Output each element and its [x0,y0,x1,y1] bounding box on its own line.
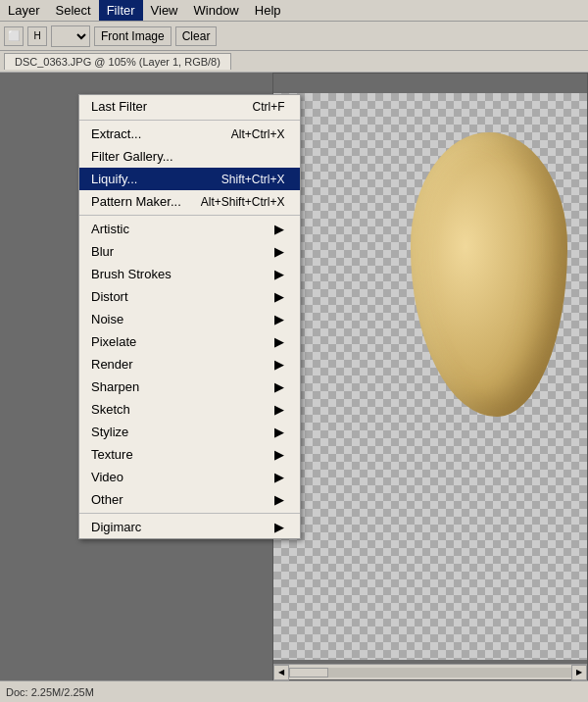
menu-bar: Layer Select Filter View Window Help [0,0,588,22]
menu-item-liquify-label: Liquify... [91,172,137,186]
menu-item-stylize-label: Stylize [91,425,128,439]
scroll-left-arrow[interactable]: ◀ [273,665,289,680]
menu-item-last-filter-label: Last Filter [91,99,147,114]
menu-item-digimarc[interactable]: Digimarc ▶ [79,516,300,538]
canvas-window: ◀ ▶ [272,73,588,680]
menu-item-artistic[interactable]: Artistic ▶ [79,218,300,240]
stylize-arrow-icon: ▶ [274,425,284,439]
menu-item-filter-gallery-label: Filter Gallery... [91,149,173,164]
separator-3 [79,513,300,514]
sketch-arrow-icon: ▶ [274,402,284,417]
separator-1 [79,120,300,121]
menu-item-digimarc-label: Digimarc [91,520,141,534]
menu-item-other-label: Other [91,492,123,507]
pixelate-arrow-icon: ▶ [274,334,284,349]
menu-item-pixelate[interactable]: Pixelate ▶ [79,330,300,353]
menu-item-extract-label: Extract... [91,126,141,141]
tab-bar: DSC_0363.JPG @ 105% (Layer 1, RGB/8) [0,51,588,73]
menu-item-brush-strokes-label: Brush Strokes [91,267,172,281]
menu-view[interactable]: View [143,0,186,21]
menu-item-render-label: Render [91,357,133,372]
scroll-right-arrow[interactable]: ▶ [571,665,587,680]
menu-item-pattern-maker[interactable]: Pattern Maker... Alt+Shift+Ctrl+X [79,190,300,213]
status-text: Doc: 2.25M/2.25M [6,686,94,698]
menu-item-pixelate-label: Pixelate [91,334,136,349]
menu-item-texture[interactable]: Texture ▶ [79,443,300,466]
tool-icon-2[interactable]: H [27,26,47,46]
separator-2 [79,215,300,216]
brush-strokes-arrow-icon: ▶ [274,267,284,281]
menu-layer[interactable]: Layer [0,0,48,21]
menu-filter[interactable]: Filter [99,0,143,21]
menu-select[interactable]: Select [48,0,99,21]
menu-item-distort-label: Distort [91,289,128,304]
horizontal-scrollbar[interactable]: ◀ ▶ [273,664,587,679]
menu-item-stylize[interactable]: Stylize ▶ [79,421,300,443]
render-arrow-icon: ▶ [274,357,284,372]
menu-item-extract[interactable]: Extract... Alt+Ctrl+X [79,123,300,145]
texture-arrow-icon: ▶ [274,447,284,462]
canvas-tab[interactable]: DSC_0363.JPG @ 105% (Layer 1, RGB/8) [4,53,231,70]
tool-icon-1[interactable]: ⬜ [4,26,24,46]
menu-item-render[interactable]: Render ▶ [79,353,300,376]
menu-item-other[interactable]: Other ▶ [79,488,300,511]
noise-arrow-icon: ▶ [274,312,284,326]
menu-item-distort[interactable]: Distort ▶ [79,285,300,308]
menu-item-liquify-shortcut: Shift+Ctrl+X [221,173,285,186]
sharpen-arrow-icon: ▶ [274,379,284,394]
menu-item-pattern-maker-label: Pattern Maker... [91,194,181,209]
menu-help[interactable]: Help [247,0,289,21]
menu-item-texture-label: Texture [91,447,133,462]
menu-item-artistic-label: Artistic [91,222,129,236]
blur-arrow-icon: ▶ [274,244,284,259]
video-arrow-icon: ▶ [274,470,284,484]
menu-item-extract-shortcut: Alt+Ctrl+X [231,127,285,141]
clear-button[interactable]: Clear [175,26,218,46]
canvas-area: ◀ ▶ Last Filter Ctrl+F Extract... Alt+Ct… [0,73,588,680]
front-image-button[interactable]: Front Image [94,26,172,46]
menu-item-blur[interactable]: Blur ▶ [79,240,300,263]
menu-item-last-filter[interactable]: Last Filter Ctrl+F [79,95,300,118]
menu-item-liquify[interactable]: Liquify... Shift+Ctrl+X [79,168,300,190]
toolbar-dropdown[interactable] [51,25,90,47]
menu-window[interactable]: Window [186,0,247,21]
menu-item-video-label: Video [91,470,123,484]
menu-item-sharpen-label: Sharpen [91,379,139,394]
menu-item-pattern-maker-shortcut: Alt+Shift+Ctrl+X [201,195,285,209]
distort-arrow-icon: ▶ [274,289,284,304]
status-bar: Doc: 2.25M/2.25M [0,680,588,702]
artistic-arrow-icon: ▶ [274,222,284,236]
filter-dropdown-menu: Last Filter Ctrl+F Extract... Alt+Ctrl+X… [78,94,301,539]
menu-item-brush-strokes[interactable]: Brush Strokes ▶ [79,263,300,285]
menu-item-last-filter-shortcut: Ctrl+F [252,100,284,114]
menu-item-sharpen[interactable]: Sharpen ▶ [79,376,300,398]
menu-item-filter-gallery[interactable]: Filter Gallery... [79,145,300,168]
menu-item-sketch-label: Sketch [91,402,130,417]
menu-item-noise[interactable]: Noise ▶ [79,308,300,330]
menu-item-blur-label: Blur [91,244,114,259]
toolbar: ⬜ H Front Image Clear [0,22,588,51]
other-arrow-icon: ▶ [274,492,284,507]
digimarc-arrow-icon: ▶ [274,520,284,534]
menu-item-video[interactable]: Video ▶ [79,466,300,488]
canvas-content [273,93,587,660]
scroll-thumb-h[interactable] [289,668,328,677]
scroll-track-h[interactable] [289,668,571,677]
menu-item-sketch[interactable]: Sketch ▶ [79,398,300,421]
menu-item-noise-label: Noise [91,312,123,326]
